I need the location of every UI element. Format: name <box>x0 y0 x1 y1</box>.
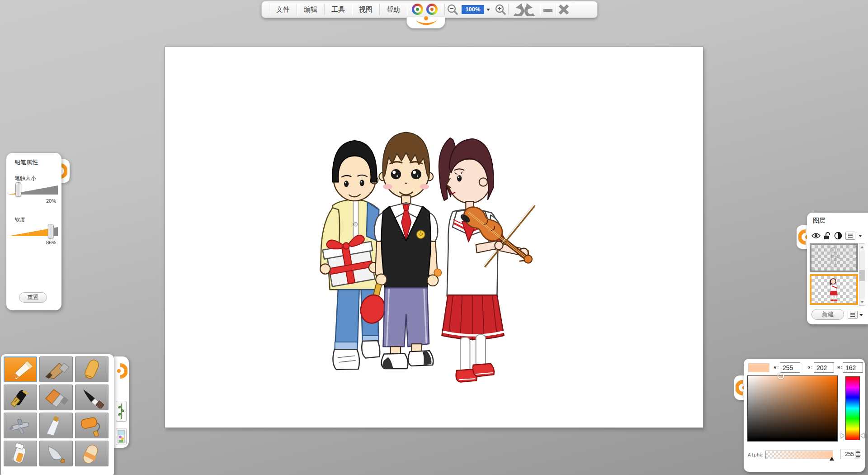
clown-chin <box>406 17 445 28</box>
liner-knife-icon <box>42 443 70 465</box>
half-circle-opacity-icon[interactable] <box>834 232 842 240</box>
close-icon <box>557 3 570 16</box>
softness-slider-handle[interactable] <box>48 224 54 238</box>
alpha-marker-icon[interactable] <box>830 457 834 461</box>
brush-size-value: 20% <box>46 198 56 204</box>
color-picker-panel: R: G: B: Alpha 255 <box>744 359 865 472</box>
undo-button[interactable] <box>509 2 524 17</box>
menu-tools[interactable]: 工具 <box>325 4 352 15</box>
softness-slider[interactable] <box>8 225 59 240</box>
brush-size-slider[interactable] <box>8 184 59 198</box>
unlock-icon[interactable] <box>824 232 831 240</box>
layers-scrollbar[interactable] <box>859 243 865 306</box>
clown-face-decoration <box>409 1 443 18</box>
tool-palette-knife[interactable] <box>39 413 73 438</box>
layer-menu-dropdown-arrow-icon[interactable] <box>859 314 863 316</box>
alpha-decrement-button[interactable] <box>855 455 861 459</box>
boy-with-gift <box>320 141 380 370</box>
hue-marker-right-icon[interactable] <box>861 433 864 438</box>
close-button[interactable] <box>556 2 571 17</box>
list-lines-icon <box>850 313 855 317</box>
redo-button[interactable] <box>524 2 540 17</box>
layer-row-colored[interactable] <box>810 274 858 305</box>
tool-crayon[interactable] <box>75 356 108 382</box>
zoom-out-button[interactable] <box>445 2 460 17</box>
saturation-value-picker[interactable] <box>747 375 838 442</box>
tool-eraser[interactable] <box>75 441 108 466</box>
layer-row-sketch[interactable] <box>810 243 858 272</box>
tool-wood-pencil[interactable] <box>39 356 73 382</box>
tool-airbrush[interactable] <box>4 413 37 438</box>
pencil-properties-panel: 铅笔属性 笔触大小 20% 软度 86% 重置 <box>6 153 61 310</box>
sv-picker-indicator[interactable] <box>778 373 784 380</box>
layer-thumbnail <box>811 276 856 303</box>
marker-tube-icon <box>6 443 34 465</box>
tool-liner-knife[interactable] <box>39 441 73 466</box>
tool-fountain-pen[interactable] <box>4 385 37 410</box>
layer-blend-list-button[interactable] <box>845 232 855 240</box>
palette-knife-icon <box>42 415 70 437</box>
hue-bar[interactable] <box>845 376 860 440</box>
airbrush-icon <box>6 415 34 437</box>
green-label: G: <box>807 365 813 370</box>
new-layer-button[interactable]: 新建 <box>811 309 844 320</box>
rainbow-eye-left-icon[interactable] <box>412 4 423 15</box>
undo-icon <box>509 3 524 16</box>
plant-texture-icon <box>118 403 125 420</box>
scrollbar-thumb[interactable] <box>859 270 865 281</box>
menu-view[interactable]: 视图 <box>352 4 379 15</box>
layer-menu-button[interactable] <box>848 311 858 319</box>
reset-button[interactable]: 重置 <box>19 292 47 303</box>
tool-ink-brush[interactable] <box>75 385 108 410</box>
tool-marker-tube[interactable] <box>4 441 37 466</box>
pencil-panel-title: 铅笔属性 <box>14 158 38 166</box>
menu-edit[interactable]: 编辑 <box>297 4 324 15</box>
softness-value: 86% <box>46 240 56 245</box>
canvas-artwork-three-children <box>314 129 599 383</box>
brush-size-slider-handle[interactable] <box>15 182 21 197</box>
drawing-canvas[interactable] <box>165 47 703 428</box>
tool-flat-brush[interactable] <box>39 385 73 410</box>
green-input[interactable] <box>814 362 834 373</box>
plant-texture-button[interactable] <box>116 401 127 422</box>
tool-palette-side-strip <box>114 356 129 448</box>
colored-girl-thumbnail <box>827 277 841 302</box>
alpha-spinner[interactable]: 255 <box>840 450 861 459</box>
menu-help[interactable]: 帮助 <box>380 4 407 15</box>
menu-file[interactable]: 文件 <box>269 4 297 15</box>
wood-pencil-icon <box>42 359 70 380</box>
alpha-label: Alpha <box>748 452 763 458</box>
zoom-level-field[interactable]: 100% <box>462 5 484 14</box>
alpha-spinner-arrows <box>855 450 861 459</box>
alpha-increment-button[interactable] <box>855 450 861 455</box>
zoom-dropdown-arrow-icon[interactable] <box>486 9 490 11</box>
layers-panel-title: 图层 <box>813 217 826 225</box>
alpha-slider[interactable] <box>765 451 833 459</box>
crayon-icon <box>78 359 106 380</box>
red-input[interactable] <box>780 362 800 373</box>
blue-input[interactable] <box>843 362 863 373</box>
layer-dim-overlay <box>811 245 856 271</box>
rainbow-eye-right-icon[interactable] <box>426 4 438 15</box>
tool-pencil-tip[interactable] <box>4 356 37 382</box>
eraser-icon <box>78 443 106 465</box>
tool-palette-tab-handle-icon[interactable] <box>116 363 127 379</box>
paint-roller-icon <box>78 415 106 437</box>
tool-grid <box>4 356 111 466</box>
hue-marker-left-icon[interactable] <box>840 433 844 438</box>
scroll-down-button[interactable] <box>859 299 865 305</box>
minimize-button[interactable] <box>540 2 556 17</box>
tool-paint-roller[interactable] <box>75 413 108 438</box>
red-label: R: <box>774 365 779 370</box>
eye-icon[interactable] <box>811 233 821 239</box>
minimize-icon <box>542 4 554 15</box>
flat-brush-icon <box>42 387 70 408</box>
alpha-value: 255 <box>840 450 855 459</box>
zoom-in-button[interactable] <box>493 2 508 17</box>
main-toolbar: 文件 编辑 工具 视图 帮助 100% <box>261 1 598 18</box>
list-lines-icon <box>848 233 853 238</box>
scroll-up-button[interactable] <box>859 244 865 251</box>
layer-blend-dropdown-arrow-icon[interactable] <box>859 235 862 237</box>
layers-panel: 图层 <box>807 213 868 324</box>
picture-texture-button[interactable] <box>116 428 127 445</box>
